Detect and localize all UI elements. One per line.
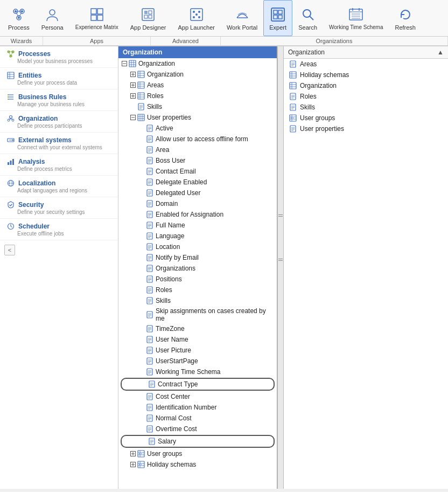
- tree-expand-user-properties[interactable]: [129, 114, 137, 121]
- toolbar-search[interactable]: Search: [292, 0, 323, 36]
- sidebar-item-processes[interactable]: Processes Model your business processes: [0, 46, 118, 68]
- tree-item-contact-email[interactable]: Contact Email: [118, 166, 277, 177]
- svg-rect-72: [12, 159, 14, 165]
- tree-item-normal-cost[interactable]: Normal Cost: [118, 413, 277, 424]
- toolbar-expert[interactable]: Expert: [263, 0, 292, 36]
- toolbar-process[interactable]: Process: [2, 0, 36, 36]
- toolbar-persona[interactable]: Persona: [36, 0, 69, 36]
- tree-item-user-start-page[interactable]: UserStartPage: [118, 356, 277, 366]
- tree-expand-location: [138, 243, 145, 251]
- tree-expand-organization-sub[interactable]: [129, 71, 137, 78]
- toolbar-refresh[interactable]: Refresh: [389, 0, 422, 36]
- right-list-item-user-properties-r[interactable]: User properties: [284, 123, 448, 134]
- tree-item-enabled-for-assignation[interactable]: Enabled for Assignation: [118, 209, 277, 220]
- tree-icon-skills: [137, 102, 145, 111]
- tree-item-delegate-enabled[interactable]: Delegate Enabled: [118, 177, 277, 188]
- tree-label-allow-user: Allow user to access offline form: [156, 135, 275, 143]
- tree-item-contract-type[interactable]: Contract Type: [121, 378, 275, 391]
- tree-item-identification-number[interactable]: Identification Number: [118, 402, 277, 413]
- toolbar-working-time-schema[interactable]: Working Time Schema: [323, 0, 389, 36]
- panel-resize-handle[interactable]: [277, 46, 284, 489]
- toolbar-experience-matrix[interactable]: Experience Matrix: [69, 0, 124, 36]
- tree-label-working-time-schema: Working Time Schema: [156, 368, 275, 376]
- svg-rect-250: [139, 465, 140, 465]
- svg-rect-146: [147, 200, 152, 207]
- toolbar-app-launcher-label: App Launcher: [178, 24, 215, 31]
- right-list-item-holiday-schemas-r[interactable]: Holiday schemas: [284, 70, 448, 80]
- toolbar-app-designer[interactable]: App Designer: [124, 0, 172, 36]
- tree-item-roles[interactable]: Roles: [118, 91, 277, 101]
- tree-expand-user-groups[interactable]: [129, 450, 137, 458]
- sidebar-item-localization[interactable]: Localization Adapt languages and regions: [0, 176, 118, 197]
- right-list-item-skills-r[interactable]: Skills: [284, 102, 448, 113]
- sidebar-item-security[interactable]: Security Define your security settings: [0, 197, 118, 219]
- tree-item-location[interactable]: Location: [118, 241, 277, 252]
- tree-item-full-name[interactable]: Full Name: [118, 220, 277, 231]
- toolbar-app-launcher[interactable]: App Launcher: [172, 0, 221, 36]
- sidebar-item-analysis[interactable]: Analysis Define process metrics: [0, 154, 118, 176]
- tree-item-salary[interactable]: Salary: [121, 435, 275, 448]
- tree-item-user-name[interactable]: User Name: [118, 334, 277, 345]
- right-list-item-areas-r[interactable]: Areas: [284, 59, 448, 70]
- localization-label: Localization: [18, 179, 55, 187]
- tree-item-skills-sub[interactable]: Skills: [118, 295, 277, 306]
- tree-item-skip-assignments[interactable]: Skip assignments on cases created by me: [118, 306, 277, 323]
- tree-expand-areas[interactable]: [129, 81, 137, 89]
- svg-rect-198: [147, 347, 152, 354]
- tree-item-holiday-schemas[interactable]: Holiday schemas: [118, 459, 277, 470]
- tree-item-working-time-schema[interactable]: Working Time Schema: [118, 366, 277, 377]
- tree-icon-organizations: [145, 264, 154, 273]
- tree-item-domain[interactable]: Domain: [118, 198, 277, 209]
- tree-expand-holiday-schemas[interactable]: [129, 461, 137, 468]
- tree-item-language[interactable]: Language: [118, 231, 277, 241]
- sidebar-item-external-systems[interactable]: External systems Connect with your exter…: [0, 133, 118, 154]
- tree-item-timezone[interactable]: TimeZone: [118, 323, 277, 334]
- tree-item-organization-root[interactable]: Organization: [118, 58, 277, 69]
- tree-item-delegated-user[interactable]: Delegated User: [118, 188, 277, 198]
- tree-item-user-properties[interactable]: User properties: [118, 112, 277, 123]
- tree-icon-timezone: [145, 324, 154, 333]
- tree-item-boss-user[interactable]: Boss User: [118, 155, 277, 166]
- tree-item-allow-user[interactable]: Allow user to access offline form: [118, 134, 277, 144]
- toolbar-refresh-label: Refresh: [395, 24, 416, 31]
- tree-item-skills[interactable]: Skills: [118, 101, 277, 112]
- sidebar-item-entities[interactable]: Entities Define your process data: [0, 68, 118, 89]
- sidebar-item-business-rules[interactable]: Business Rules Manage your business rule…: [0, 89, 118, 111]
- tree-item-overtime-cost[interactable]: Overtime Cost: [118, 424, 277, 434]
- svg-rect-27: [274, 10, 277, 14]
- tree-icon-language: [145, 232, 154, 240]
- tree-item-user-groups[interactable]: User groups: [118, 448, 277, 459]
- toolbar-work-portal[interactable]: Work Portal: [221, 0, 263, 36]
- tree-item-areas[interactable]: Areas: [118, 80, 277, 91]
- search-icon: [299, 6, 317, 23]
- svg-rect-138: [147, 179, 152, 185]
- tree-item-area[interactable]: Area: [118, 144, 277, 155]
- tree-expand-organizations: [138, 265, 145, 272]
- organization-label: Organization: [18, 115, 58, 122]
- tree-item-notify-by-email[interactable]: Notify by Email: [118, 252, 277, 263]
- tree-label-normal-cost: Normal Cost: [156, 414, 275, 422]
- sidebar-item-organization[interactable]: Organization Define process participants: [0, 111, 118, 133]
- tree-item-cost-center[interactable]: Cost Center: [118, 391, 277, 402]
- sidebar-collapse-button[interactable]: <: [4, 245, 15, 255]
- tree-expand-organization-root[interactable]: [121, 60, 128, 67]
- tree-item-user-picture[interactable]: User Picture: [118, 345, 277, 356]
- tree-item-organizations[interactable]: Organizations: [118, 263, 277, 274]
- tree-item-active[interactable]: Active: [118, 123, 277, 134]
- right-list-item-roles-r[interactable]: Roles: [284, 91, 448, 102]
- tree-item-organization-sub[interactable]: Organization: [118, 69, 277, 80]
- tree-label-organization-sub: Organization: [147, 71, 275, 78]
- right-item-icon-areas-r: [289, 60, 297, 68]
- right-list-item-user-groups-r[interactable]: User groups: [284, 113, 448, 123]
- tree-item-roles-sub[interactable]: Roles: [118, 285, 277, 295]
- right-panel-sort-icon[interactable]: ▲: [437, 48, 444, 56]
- sidebar-item-scheduler[interactable]: Scheduler Execute offline jobs: [0, 219, 118, 240]
- right-list-item-organization-r[interactable]: Organization: [284, 80, 448, 91]
- tree-expand-roles[interactable]: [129, 92, 137, 100]
- tree-panel-header: Organization: [118, 46, 277, 58]
- tree-icon-user-properties: [137, 113, 145, 122]
- tree-item-positions[interactable]: Positions: [118, 274, 277, 285]
- right-item-icon-user-properties-r: [289, 125, 297, 133]
- scheduler-icon: [6, 222, 15, 231]
- svg-rect-11: [97, 9, 103, 14]
